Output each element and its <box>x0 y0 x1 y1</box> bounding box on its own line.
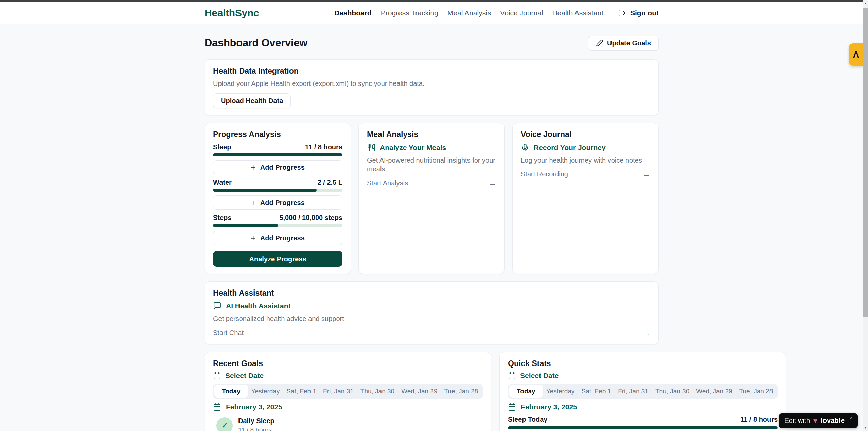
calendar-icon <box>508 372 516 380</box>
meal-analysis-title: Meal Analysis <box>367 130 496 139</box>
lovable-logo-icon: Λ <box>853 50 859 60</box>
recent-goals-title: Recent Goals <box>213 359 483 368</box>
start-recording-label: Start Recording <box>521 170 568 178</box>
arrow-right-icon: → <box>489 179 496 188</box>
select-date-label: Select Date <box>520 372 559 380</box>
meal-analysis-description: Get AI-powered nutritional insights for … <box>367 156 496 173</box>
add-progress-sleep-button[interactable]: + Add Progress <box>213 160 342 174</box>
quick-stats-title: Quick Stats <box>508 359 778 368</box>
date-tab-wed-jan-29[interactable]: Wed, Jan 29 <box>398 385 441 398</box>
date-tab-fri-jan-31[interactable]: Fri, Jan 31 <box>320 385 357 398</box>
sleep-today-value: 11 / 8 hours <box>740 416 778 424</box>
analyze-your-meals-link[interactable]: Analyze Your Meals <box>367 143 496 152</box>
arrow-right-icon: → <box>642 328 650 337</box>
nav-progress-tracking[interactable]: Progress Tracking <box>381 9 438 17</box>
date-tab-today[interactable]: Today <box>214 385 248 398</box>
recent-goals-current-date[interactable]: February 3, 2025 <box>213 403 483 411</box>
nav-health-assistant[interactable]: Health Assistant <box>552 9 603 17</box>
upload-health-data-button[interactable]: Upload Health Data <box>213 93 291 108</box>
metric-steps-value: 5,000 / 10,000 steps <box>279 214 342 222</box>
record-your-journey-link[interactable]: Record Your Journey <box>521 143 650 152</box>
heart-icon: ♥ <box>813 416 818 425</box>
progress-analysis-card: Progress Analysis Sleep 11 / 8 hours + A… <box>205 123 351 274</box>
goal-list-item: ✓ Daily Sleep 11 / 8 hours <box>213 417 483 431</box>
scrollbar-thumb[interactable] <box>863 8 868 317</box>
update-goals-button[interactable]: Update Goals <box>588 36 659 51</box>
quick-stats-select-date[interactable]: Select Date <box>508 372 778 380</box>
start-chat-link[interactable]: Start Chat → <box>213 328 650 337</box>
vertical-scrollbar[interactable]: ▲ ▼ <box>863 0 868 431</box>
metric-water-value: 2 / 2.5 L <box>318 179 342 186</box>
update-goals-label: Update Goals <box>607 39 651 47</box>
quick-stats-date-tabs: Today Yesterday Sat, Feb 1 Fri, Jan 31 T… <box>508 384 778 399</box>
progress-analysis-title: Progress Analysis <box>213 130 342 139</box>
date-tab-sat-feb-1[interactable]: Sat, Feb 1 <box>578 385 615 398</box>
metric-sleep-label: Sleep <box>213 143 231 151</box>
sleep-today-progress-fill <box>508 426 778 429</box>
date-tab-tue-jan-28[interactable]: Tue, Jan 28 <box>441 385 481 398</box>
pencil-icon <box>596 39 603 47</box>
sleep-today-progress-bar <box>508 426 778 429</box>
meal-analysis-card: Meal Analysis Analyze Your Meals Get AI-… <box>358 123 505 274</box>
sleep-progress-bar <box>213 153 342 156</box>
sleep-progress-fill <box>213 153 342 156</box>
recent-goals-select-date[interactable]: Select Date <box>213 372 483 380</box>
date-tab-tue-jan-28[interactable]: Tue, Jan 28 <box>736 385 777 398</box>
plus-icon: + <box>251 234 256 242</box>
chat-bubble-icon <box>213 302 222 310</box>
sign-out-label: Sign out <box>630 9 659 17</box>
start-recording-link[interactable]: Start Recording → <box>521 170 650 179</box>
date-tab-fri-jan-31[interactable]: Fri, Jan 31 <box>615 385 652 398</box>
date-tab-yesterday[interactable]: Yesterday <box>248 385 283 398</box>
start-analysis-link[interactable]: Start Analysis → <box>367 179 496 188</box>
edit-with-lovable-badge[interactable]: Edit with ♥ lovable × <box>779 413 858 428</box>
utensils-icon <box>367 143 375 152</box>
steps-progress-fill <box>213 224 278 227</box>
analyze-your-meals-label: Analyze Your Meals <box>380 144 446 152</box>
analyze-progress-button[interactable]: Analyze Progress <box>213 251 342 267</box>
log-out-icon <box>618 9 626 17</box>
date-tab-thu-jan-30[interactable]: Thu, Jan 30 <box>652 385 693 398</box>
add-progress-steps-button[interactable]: + Add Progress <box>213 231 342 245</box>
nav-voice-journal[interactable]: Voice Journal <box>500 9 543 17</box>
add-progress-label: Add Progress <box>260 199 305 207</box>
health-assistant-card: Health Assistant AI Health Assistant Get… <box>205 281 659 344</box>
goal-value: 11 / 8 hours <box>238 426 274 431</box>
current-date-label: February 3, 2025 <box>521 403 577 411</box>
date-tab-thu-jan-30[interactable]: Thu, Jan 30 <box>357 385 398 398</box>
lovable-brand-label: lovable <box>821 417 845 425</box>
nav-dashboard[interactable]: Dashboard <box>334 9 372 17</box>
recent-goals-card: Recent Goals Select Date Today Yesterday… <box>205 352 491 431</box>
date-tab-today[interactable]: Today <box>509 385 543 398</box>
calendar-icon <box>508 403 516 411</box>
metric-steps-label: Steps <box>213 214 231 222</box>
health-data-description: Upload your Apple Health export (export.… <box>213 79 650 88</box>
check-circle-icon: ✓ <box>216 417 233 431</box>
main-nav: Dashboard Progress Tracking Meal Analysi… <box>334 9 659 17</box>
date-tab-yesterday[interactable]: Yesterday <box>543 385 578 398</box>
lovable-edge-fab[interactable]: Λ <box>849 43 863 66</box>
health-assistant-description: Get personalized health advice and suppo… <box>213 314 650 323</box>
voice-journal-description: Log your health journey with voice notes <box>521 156 650 165</box>
add-progress-label: Add Progress <box>260 164 305 171</box>
scrollbar-down-arrow-icon[interactable]: ▼ <box>863 425 868 430</box>
ai-health-assistant-link[interactable]: AI Health Assistant <box>213 302 650 310</box>
app-header: HealthSync Dashboard Progress Tracking M… <box>0 2 863 24</box>
sign-out-button[interactable]: Sign out <box>618 9 659 17</box>
water-progress-fill <box>213 189 317 192</box>
plus-icon: + <box>251 163 256 172</box>
date-tab-sat-feb-1[interactable]: Sat, Feb 1 <box>283 385 320 398</box>
metric-sleep-value: 11 / 8 hours <box>305 143 342 151</box>
nav-meal-analysis[interactable]: Meal Analysis <box>447 9 491 17</box>
date-tab-wed-jan-29[interactable]: Wed, Jan 29 <box>693 385 736 398</box>
current-date-label: February 3, 2025 <box>226 403 282 411</box>
close-icon[interactable]: × <box>849 415 852 421</box>
quick-stats-card: Quick Stats Select Date Today Yesterday … <box>499 352 786 431</box>
sleep-today-label: Sleep Today <box>508 416 547 424</box>
voice-journal-title: Voice Journal <box>521 130 650 139</box>
scrollbar-up-arrow-icon[interactable]: ▲ <box>863 1 868 6</box>
quick-stats-current-date[interactable]: February 3, 2025 <box>508 403 778 411</box>
goal-name: Daily Sleep <box>238 417 274 425</box>
page-title: Dashboard Overview <box>205 37 307 49</box>
add-progress-water-button[interactable]: + Add Progress <box>213 195 342 210</box>
